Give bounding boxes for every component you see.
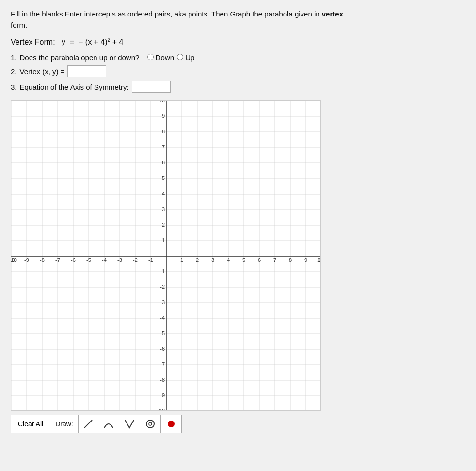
instructions-text2: form. [11, 21, 27, 29]
dot-tool-icon [166, 419, 176, 429]
q3-text: Equation of the Axis of Symmetry: [20, 83, 129, 91]
circle-tool-button[interactable] [140, 415, 161, 433]
line-tool-button[interactable] [79, 415, 98, 433]
radio-down[interactable] [147, 54, 154, 60]
q1-text: Does the parabola open up or down? [20, 53, 140, 62]
instructions-text: Fill in the blanks Enter intercepts as o… [11, 10, 320, 18]
q3-number: 3. [11, 83, 17, 91]
svg-line-0 [84, 420, 92, 428]
questions: 1. Does the parabola open up or down? Do… [11, 53, 465, 93]
q2-text: Vertex (x, y) = [20, 67, 65, 76]
clear-all-button[interactable]: Clear All [11, 415, 50, 433]
radio-up[interactable] [177, 54, 183, 60]
q1-spacer [142, 53, 144, 62]
q1-number: 1. [11, 53, 17, 62]
arc-tool-button[interactable] [98, 415, 119, 433]
draw-label: Draw: [50, 415, 79, 433]
dot-tool-button[interactable] [161, 415, 182, 433]
svg-point-1 [146, 420, 154, 428]
svg-point-2 [149, 422, 152, 425]
vertex-form-equation: y = − (x + 4)2 + 4 [62, 38, 123, 46]
graph-canvas[interactable] [11, 101, 321, 411]
question-1-row: 1. Does the parabola open up or down? Do… [11, 53, 465, 62]
vertex-input[interactable] [67, 65, 106, 77]
check-tool-icon [124, 419, 135, 429]
svg-point-3 [168, 421, 175, 427]
q2-number: 2. [11, 67, 17, 76]
radio-down-text: Down [156, 53, 174, 62]
radio-down-label[interactable]: Down [147, 53, 175, 62]
question-3-row: 3. Equation of the Axis of Symmetry: [11, 81, 465, 93]
question-2-row: 2. Vertex (x, y) = [11, 65, 465, 77]
axis-symmetry-input[interactable] [132, 81, 171, 93]
toolbar: Clear All Draw: [11, 415, 465, 433]
vertex-form-label: Vertex Form: [11, 38, 55, 46]
instructions: Fill in the blanks Enter intercepts as o… [11, 9, 350, 31]
radio-up-label[interactable]: Up [177, 53, 194, 62]
circle-tool-icon [145, 419, 156, 429]
check-tool-button[interactable] [119, 415, 140, 433]
line-tool-icon [83, 419, 93, 429]
graph-container [11, 100, 321, 411]
instructions-bold: vertex [322, 10, 343, 18]
vertex-form: Vertex Form: y = − (x + 4)2 + 4 [11, 37, 465, 47]
arc-tool-icon [103, 419, 114, 429]
radio-up-text: Up [185, 53, 194, 62]
